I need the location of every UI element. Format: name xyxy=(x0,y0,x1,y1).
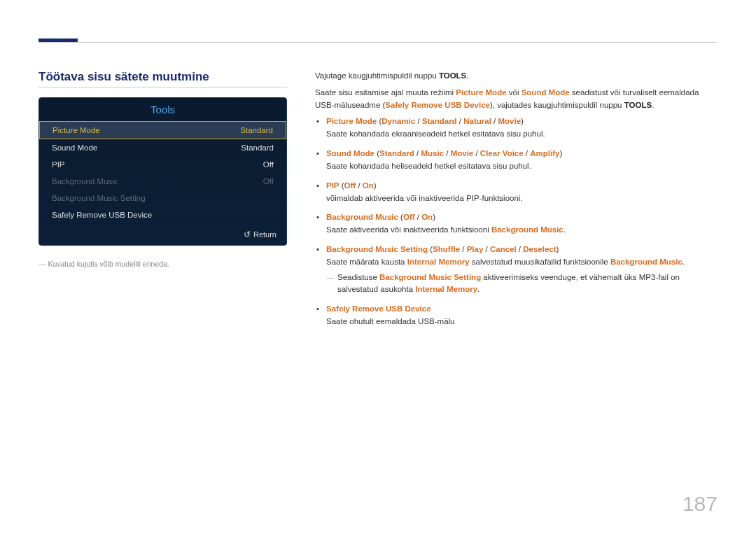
tools-row-value: Standard xyxy=(240,126,273,134)
item-background-music: Background Music (Off / On) Saate aktive… xyxy=(315,211,718,237)
tools-row-label: Safely Remove USB Device xyxy=(52,211,152,219)
opt: Natural xyxy=(463,117,491,125)
text: . xyxy=(477,285,479,293)
tools-keyword: TOOLS xyxy=(624,101,652,109)
text: Seadistuse xyxy=(337,273,379,281)
bms-keyword: Background Music Setting xyxy=(379,273,481,281)
tools-row-value: Off xyxy=(263,160,274,169)
tools-row-value: Off xyxy=(263,177,274,185)
intro-line-1: Vajutage kaugjuhtimispuldil nuppu TOOLS. xyxy=(315,70,718,83)
opt: Play xyxy=(467,245,484,253)
tools-row-label: PIP xyxy=(52,160,65,169)
return-label: Return xyxy=(253,230,276,239)
tools-keyword: TOOLS xyxy=(439,71,466,80)
tools-row-label: Sound Mode xyxy=(52,143,97,152)
item-desc: Saate kohandada heliseadeid hetkel esita… xyxy=(326,160,718,173)
opt: Off xyxy=(344,181,356,190)
tools-row-safely-remove-usb[interactable]: Safely Remove USB Device xyxy=(39,206,286,223)
opt: Amplify xyxy=(530,149,559,157)
bm-keyword: Background Music xyxy=(610,258,682,266)
text: Saate sisu esitamise ajal muuta režiimi xyxy=(315,88,456,97)
opt: On xyxy=(363,181,374,190)
return-icon: ↺ xyxy=(244,230,251,239)
item-note: Seadistuse Background Music Setting akti… xyxy=(326,272,718,297)
intro-line-2: Saate sisu esitamise ajal muuta režiimi … xyxy=(315,87,718,112)
item-desc: võimaldab aktiveerida või inaktiveerida … xyxy=(326,192,718,205)
opt: On xyxy=(421,213,433,221)
tools-row-label: Picture Mode xyxy=(52,126,100,134)
text: . xyxy=(564,225,566,234)
item-name: PIP xyxy=(326,181,340,190)
tools-row-picture-mode[interactable]: Picture Mode Standard xyxy=(39,121,286,139)
opt: Shuffle xyxy=(433,245,460,253)
opt: Dynamic xyxy=(382,117,415,125)
item-desc: Saate ohutult eemaldada USB-mälu xyxy=(326,316,718,328)
opt: Deselect xyxy=(523,245,556,253)
text: . xyxy=(652,101,654,109)
tools-panel-title: Tools xyxy=(39,98,286,121)
item-pip: PIP (Off / On) võimaldab aktiveerida või… xyxy=(315,180,718,205)
bm-keyword: Background Music xyxy=(491,225,564,234)
header-accent-bar xyxy=(38,38,78,42)
tools-row-label: Background Music xyxy=(52,177,118,185)
item-name: Sound Mode xyxy=(326,149,374,157)
settings-list: Picture Mode (Dynamic / Standard / Natur… xyxy=(315,115,718,328)
paren: ) xyxy=(521,117,524,125)
item-desc: Saate aktiveerida või inaktiveerida funk… xyxy=(326,224,718,237)
picture-mode-keyword: Picture Mode xyxy=(456,88,506,97)
text: Saate aktiveerida või inaktiveerida funk… xyxy=(326,225,491,234)
opt: Standard xyxy=(422,117,457,125)
internal-memory-keyword: Internal Memory xyxy=(415,285,477,293)
item-safely-remove-usb: Safely Remove USB Device Saate ohutult e… xyxy=(315,303,718,328)
item-background-music-setting: Background Music Setting (Shuffle / Play… xyxy=(315,244,718,296)
opt: Clear Voice xyxy=(480,149,524,157)
sound-mode-keyword: Sound Mode xyxy=(522,88,570,97)
opt: Movie xyxy=(451,149,474,157)
item-desc: Saate kohandada ekraaniseadeid hetkel es… xyxy=(326,128,718,141)
item-name: Picture Mode xyxy=(326,117,377,125)
text: . xyxy=(466,71,468,80)
page-number: 187 xyxy=(682,492,718,516)
tools-row-background-music-setting: Background Music Setting xyxy=(39,190,286,206)
text: Saate määrata kausta xyxy=(326,258,407,266)
item-sound-mode: Sound Mode (Standard / Music / Movie / C… xyxy=(315,148,718,173)
section-title: Töötava sisu sätete muutmine xyxy=(38,70,287,87)
item-name: Safely Remove USB Device xyxy=(326,304,431,313)
tools-row-background-music: Background Music Off xyxy=(39,173,286,190)
text: salvestatud muusikafailid funktsioonile xyxy=(470,258,610,266)
opt: Movie xyxy=(498,117,521,125)
image-caption: Kuvatud kujutis võib mudeliti erineda. xyxy=(38,260,287,268)
tools-row-label: Background Music Setting xyxy=(52,194,146,202)
item-picture-mode: Picture Mode (Dynamic / Standard / Natur… xyxy=(315,115,718,141)
internal-memory-keyword: Internal Memory xyxy=(407,258,470,266)
text: või xyxy=(507,88,522,97)
tools-panel: Tools Picture Mode Standard Sound Mode S… xyxy=(38,97,287,246)
item-name: Background Music Setting xyxy=(326,245,428,253)
header-rule xyxy=(38,42,718,43)
tools-row-value: Standard xyxy=(241,143,274,152)
text: . xyxy=(682,258,685,266)
item-desc: Saate määrata kausta Internal Memory sal… xyxy=(326,256,718,269)
opt: Standard xyxy=(379,149,414,157)
tools-row-pip[interactable]: PIP Off xyxy=(39,156,286,173)
opt: Off xyxy=(403,213,415,221)
tools-footer: ↺ Return xyxy=(39,223,286,245)
opt: Music xyxy=(421,149,444,157)
text: ), vajutades kaugjuhtimispuldil nuppu xyxy=(490,101,624,109)
item-name: Background Music xyxy=(326,213,398,221)
safely-remove-keyword: Safely Remove USB Device xyxy=(385,101,490,109)
opt: Cancel xyxy=(490,245,517,253)
tools-row-sound-mode[interactable]: Sound Mode Standard xyxy=(39,139,286,156)
description-column: Vajutage kaugjuhtimispuldil nuppu TOOLS.… xyxy=(315,70,718,335)
text: Vajutage kaugjuhtimispuldil nuppu xyxy=(315,71,439,80)
